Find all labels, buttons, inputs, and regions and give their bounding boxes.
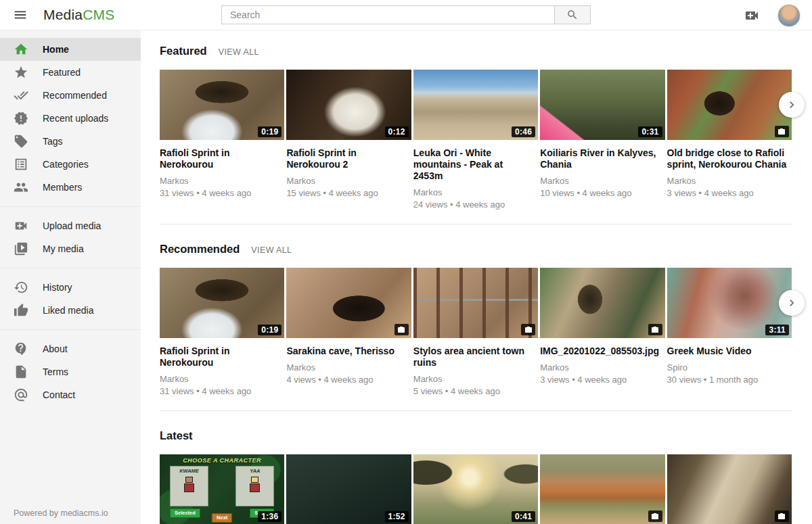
sidebar-item-home[interactable]: Home [0, 38, 141, 61]
upload-video-icon[interactable] [744, 7, 760, 24]
media-thumbnail[interactable]: 0:46 [413, 70, 538, 140]
media-author[interactable]: Markos [286, 362, 411, 373]
media-author[interactable]: Markos [160, 176, 284, 186]
sidebar-item-about[interactable]: About [0, 337, 141, 360]
sidebar-item-history[interactable]: History [0, 276, 141, 299]
media-author[interactable]: Markos [540, 362, 664, 373]
sidebar-item-terms[interactable]: Terms [0, 360, 141, 383]
media-title[interactable]: Rafioli Sprint in Nerokourou 2 [286, 147, 411, 170]
media-thumbnail[interactable]: 0:12 [286, 70, 411, 140]
media-thumbnail[interactable]: 0:19 [160, 268, 284, 338]
menu-icon[interactable] [13, 7, 28, 22]
camera-icon [775, 510, 789, 522]
media-meta: 5 views • 4 weeks ago [413, 386, 538, 396]
media-title[interactable]: Rafioli Sprint in Nerokourou [160, 147, 284, 170]
game-button: Selected [170, 508, 200, 518]
media-card[interactable]: 3:11 Greek Music Video Spiro 30 views • … [667, 268, 792, 396]
camera-icon [648, 510, 662, 522]
sidebar-item-label: Recent uploads [43, 113, 108, 124]
sidebar-item-contact[interactable]: Contact [0, 383, 141, 406]
media-title[interactable]: IMG_20201022_085503.jpg [540, 346, 664, 357]
media-card[interactable]: Stylos area ancient town ruins Markos 5 … [413, 268, 538, 396]
section-divider [160, 410, 792, 411]
media-thumbnail[interactable]: 3:11 [667, 268, 792, 338]
media-author[interactable]: Markos [667, 176, 792, 186]
media-title[interactable]: Stylos area ancient town ruins [413, 346, 538, 368]
media-title[interactable]: Greek Music Video [667, 346, 792, 357]
media-thumbnail[interactable] [540, 454, 664, 524]
media-card[interactable]: IMG_20201023_104106.jpg Markos 4 views •… [540, 454, 664, 524]
search-input[interactable] [221, 5, 554, 24]
media-thumbnail[interactable]: CHOOSE A CHARACTERKWAMESelectedYAASelect… [160, 454, 284, 524]
camera-icon [775, 126, 789, 137]
cards-row: 0:19 Rafioli Sprint in Nerokourou Markos… [160, 268, 792, 396]
sidebar-item-upload-media[interactable]: Upload media [0, 214, 141, 237]
sidebar-item-categories[interactable]: Categories [0, 153, 141, 176]
media-author[interactable]: Markos [286, 176, 411, 186]
mediacms-logo[interactable]: MediaCMS [43, 7, 114, 23]
sidebar-item-recommended[interactable]: Recommended [0, 84, 141, 107]
media-thumbnail[interactable] [667, 70, 792, 140]
sidebar-item-label: Recommended [43, 90, 107, 101]
star-icon [14, 65, 28, 80]
media-thumbnail[interactable]: 0:41 [413, 454, 538, 524]
sidebar-item-recent-uploads[interactable]: Recent uploads [0, 107, 141, 130]
sidebar-item-my-media[interactable]: My media [0, 237, 141, 260]
search-icon [566, 9, 579, 21]
media-card[interactable]: IMG_20201023_101211.jpg Markos 4 views •… [667, 454, 792, 524]
media-title[interactable]: Rafioli Sprint in Nerokourou [160, 346, 284, 368]
game-character-name: YAA [236, 468, 273, 474]
media-title[interactable]: Sarakina cave, Therisso [286, 346, 411, 357]
media-thumbnail[interactable] [667, 454, 792, 524]
media-thumbnail[interactable]: 0:31 [540, 70, 664, 140]
media-card[interactable]: 0:12 Rafioli Sprint in Nerokourou 2 Mark… [286, 70, 411, 210]
cards-row: CHOOSE A CHARACTERKWAMESelectedYAASelect… [160, 454, 792, 524]
media-meta: 30 views • 1 month ago [667, 375, 792, 385]
help-icon [14, 341, 28, 356]
carousel-next-button[interactable] [779, 290, 805, 316]
media-card[interactable]: 0:19 Rafioli Sprint in Nerokourou Markos… [160, 70, 284, 210]
sidebar-item-liked-media[interactable]: Liked media [0, 299, 141, 322]
media-card[interactable]: 0:19 Rafioli Sprint in Nerokourou Markos… [160, 268, 284, 396]
duration-badge: 0:19 [258, 126, 281, 137]
sidebar-item-tags[interactable]: Tags [0, 130, 141, 153]
media-title[interactable]: Old bridge close to Rafioli sprint, Nero… [667, 147, 792, 170]
media-thumbnail[interactable] [540, 268, 664, 338]
media-author[interactable]: Markos [413, 187, 538, 197]
media-author[interactable]: Spiro [667, 362, 792, 373]
view-all-link[interactable]: VIEW ALL [219, 47, 259, 57]
sidebar-item-featured[interactable]: Featured [0, 61, 141, 84]
sidebar-item-label: Members [43, 182, 82, 193]
media-meta: 31 views • 4 weeks ago [160, 386, 284, 396]
my-media-icon [14, 241, 28, 256]
duration-badge: 0:46 [512, 126, 535, 137]
media-title[interactable]: Koiliaris River in Kalyves, Chania [540, 147, 664, 170]
media-section: Latest CHOOSE A CHARACTERKWAMESelectedYA… [160, 429, 792, 524]
upload-media-icon [14, 218, 28, 233]
media-card[interactable]: 0:31 Koiliaris River in Kalyves, Chania … [540, 70, 664, 210]
media-card[interactable]: 1:52 Avatar Aang Dickson Jr. 12 views • … [286, 454, 411, 524]
media-author[interactable]: Markos [160, 374, 284, 384]
carousel-next-button[interactable] [779, 92, 805, 118]
media-thumbnail[interactable] [413, 268, 538, 338]
media-title[interactable]: Leuka Ori - White mountains - Peak at 24… [413, 147, 538, 182]
sidebar-item-members[interactable]: Members [0, 176, 141, 199]
duration-badge: 0:19 [258, 325, 281, 335]
powered-by-text[interactable]: Powered by mediacms.io [14, 508, 108, 518]
media-thumbnail[interactable] [286, 268, 411, 338]
media-card[interactable]: Sarakina cave, Therisso Markos 4 views •… [286, 268, 411, 396]
user-avatar[interactable] [777, 4, 800, 27]
game-character-box: KWAME [170, 466, 208, 506]
media-card[interactable]: Old bridge close to Rafioli sprint, Nero… [667, 70, 792, 210]
media-card[interactable]: CHOOSE A CHARACTERKWAMESelectedYAASelect… [160, 454, 284, 524]
media-card[interactable]: IMG_20201022_085503.jpg Markos 3 views •… [540, 268, 664, 396]
media-card[interactable]: 0:46 Leuka Ori - White mountains - Peak … [413, 70, 538, 210]
media-thumbnail[interactable]: 0:19 [160, 70, 284, 140]
media-meta: 10 views • 4 weeks ago [540, 188, 664, 198]
media-author[interactable]: Markos [413, 374, 538, 384]
media-thumbnail[interactable]: 1:52 [286, 454, 411, 524]
media-author[interactable]: Markos [540, 176, 664, 186]
view-all-link[interactable]: VIEW ALL [251, 245, 292, 255]
search-button[interactable] [554, 5, 591, 24]
media-card[interactable]: 0:41 Forest - 49981.mp4 test 17 views • … [413, 454, 538, 524]
